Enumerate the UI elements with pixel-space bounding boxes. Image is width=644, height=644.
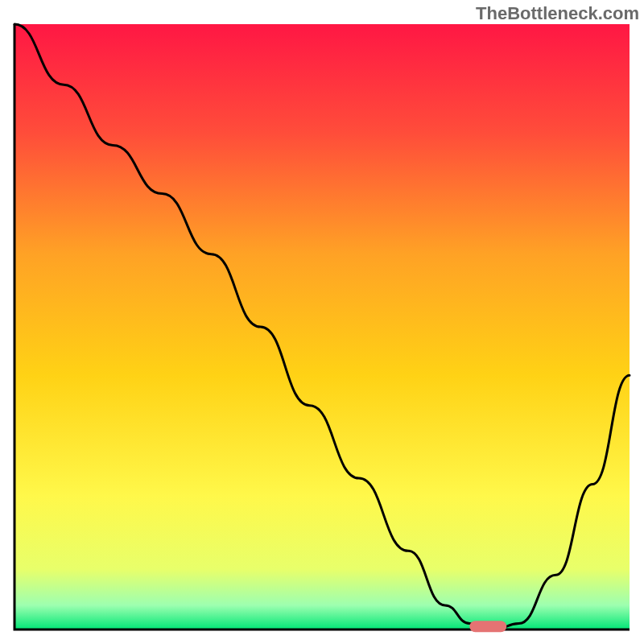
chart-svg [0,0,644,644]
plot-area [14,24,630,630]
optimal-marker [469,621,506,632]
chart-container: TheBottleneck.com [0,0,644,644]
watermark-text: TheBottleneck.com [476,3,639,24]
